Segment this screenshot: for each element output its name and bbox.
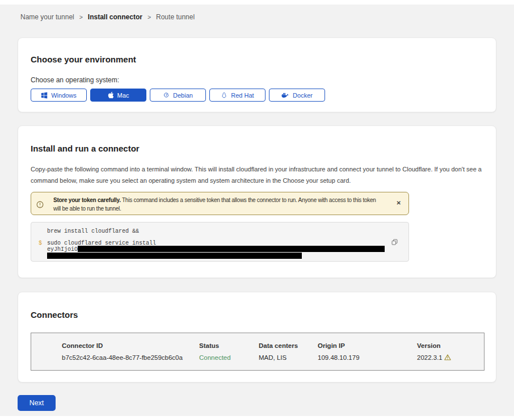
header-origin-ip: Origin IP (318, 342, 345, 349)
status-badge: Connected (199, 354, 231, 361)
header-data-centers: Data centers (259, 342, 298, 349)
install-description: Copy-paste the following command into a … (31, 163, 482, 186)
connectors-card-title: Connectors (31, 310, 78, 320)
environment-card-title: Choose your environment (31, 54, 136, 64)
redaction-bar (78, 246, 385, 252)
next-button[interactable]: Next (18, 395, 56, 411)
value-version: 2022.3.1 (417, 354, 451, 362)
os-button-docker[interactable]: Docker (269, 89, 325, 102)
apple-icon (108, 91, 114, 99)
os-button-label: Mac (117, 92, 129, 99)
value-connector-id: b7c52c42-6caa-48ee-8c77-fbe259cb6c0a (62, 354, 183, 361)
os-button-label: Docker (293, 92, 313, 99)
terminal-command-block: $ brew install cloudflared && sudo cloud… (31, 222, 409, 262)
redhat-icon (221, 92, 227, 99)
os-button-label: Debian (173, 92, 193, 99)
command-line-1: brew install cloudflared && (47, 228, 139, 234)
breadcrumb-item-route-tunnel[interactable]: Route tunnel (156, 13, 195, 21)
os-button-label: Red Hat (231, 92, 254, 99)
os-button-group: Windows Mac Debian Red Hat Docker (31, 89, 325, 102)
warning-triangle-icon (444, 354, 451, 362)
breadcrumb-separator: > (79, 14, 83, 20)
copy-icon[interactable] (391, 238, 398, 247)
os-select-label: Choose an operating system: (31, 76, 119, 84)
choose-environment-card: Choose your environment Choose an operat… (18, 37, 496, 112)
redaction-bar (47, 253, 302, 259)
token-warning-banner: Store your token carefully. This command… (31, 192, 409, 215)
warning-message: Store your token carefully. This command… (53, 196, 378, 213)
install-connector-card: Install and run a connector Copy-paste t… (18, 125, 496, 278)
os-button-mac[interactable]: Mac (90, 89, 146, 102)
close-icon[interactable]: ✕ (397, 200, 401, 207)
debian-icon (163, 92, 170, 99)
breadcrumb-item-install-connector[interactable]: Install connector (88, 13, 142, 21)
breadcrumb-item-name-your-tunnel[interactable]: Name your tunnel (20, 13, 74, 21)
connectors-card: Connectors Connector ID b7c52c42-6caa-48… (18, 292, 496, 383)
os-button-debian[interactable]: Debian (150, 89, 206, 102)
header-version: Version (417, 342, 441, 349)
header-status: Status (199, 342, 219, 349)
os-button-label: Windows (51, 92, 77, 99)
windows-icon (41, 92, 48, 99)
install-card-title: Install and run a connector (31, 144, 140, 153)
alert-circle-icon (36, 200, 44, 211)
header-connector-id: Connector ID (62, 342, 103, 349)
connectors-table: Connector ID b7c52c42-6caa-48ee-8c77-fbe… (31, 333, 484, 371)
value-data-centers: MAD, LIS (259, 354, 287, 361)
breadcrumb: Name your tunnel > Install connector > R… (20, 13, 195, 21)
os-button-windows[interactable]: Windows (31, 89, 87, 102)
os-button-redhat[interactable]: Red Hat (209, 89, 266, 102)
warning-title: Store your token carefully. (53, 197, 121, 203)
value-origin-ip: 109.48.10.179 (318, 354, 360, 361)
docker-icon (281, 92, 289, 98)
token-prefix: eyJhIjoiO (47, 246, 78, 253)
version-text: 2022.3.1 (417, 354, 443, 361)
terminal-prompt: $ (39, 240, 42, 246)
breadcrumb-separator: > (148, 14, 151, 20)
